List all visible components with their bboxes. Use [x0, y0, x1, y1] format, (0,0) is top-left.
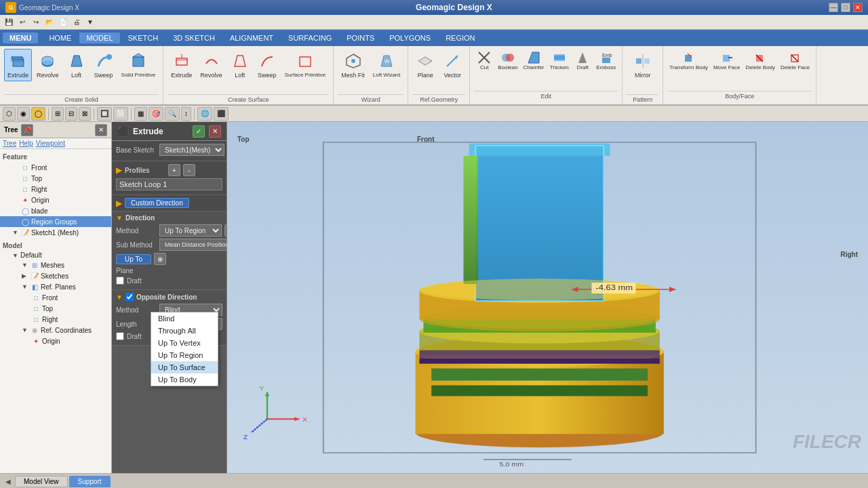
stb-view-btn10[interactable]: 🎯: [149, 107, 163, 121]
qb-save[interactable]: 💾: [3, 16, 15, 28]
tab-support[interactable]: Support: [69, 476, 111, 487]
method-select[interactable]: Up To Region Blind Through All Up To Ver…: [159, 224, 222, 237]
tree-item-front[interactable]: □ Front: [0, 162, 111, 173]
tree-item-top[interactable]: □ Top: [0, 173, 111, 184]
stb-view-btn8[interactable]: ⬜: [113, 107, 128, 121]
profiles-remove-btn[interactable]: -: [183, 164, 195, 176]
dropdown-up-to-surface[interactable]: Up To Surface: [151, 361, 218, 373]
tab-model-view[interactable]: Model View: [15, 476, 68, 487]
draft-checkbox[interactable]: [116, 277, 124, 285]
tree-item-sketch1[interactable]: ▼ 📝 Sketch1 (Mesh): [0, 227, 111, 238]
dropdown-up-to-body[interactable]: Up To Body: [151, 373, 218, 386]
menu-surfacing[interactable]: SURFACING: [281, 33, 338, 43]
dropdown-blind[interactable]: Blind: [151, 312, 218, 325]
menu-alignment[interactable]: ALIGNMENT: [223, 33, 280, 43]
stb-view-btn14[interactable]: ⬛: [214, 107, 229, 121]
tree-item-ref-origin[interactable]: ✦ Origin: [0, 336, 111, 346]
tab-scroll-left[interactable]: ◀: [3, 478, 14, 485]
ribbon-btn-extrude-surface[interactable]: Extrude: [167, 49, 195, 81]
menu-model[interactable]: MODEL: [79, 33, 119, 43]
ribbon-btn-thicken[interactable]: Thicken: [547, 49, 571, 73]
up-to-btn[interactable]: Up To: [116, 254, 151, 264]
tree-item-blade[interactable]: ◯ blade: [0, 205, 111, 216]
ribbon-btn-loft-surface[interactable]: Loft: [227, 49, 253, 81]
ribbon-btn-mesh-fit[interactable]: Mesh Fit: [338, 49, 368, 81]
tree-item-ref-top[interactable]: □ Top: [0, 303, 111, 314]
ribbon-btn-extrude-solid[interactable]: Extrude: [4, 49, 32, 81]
ribbon-btn-solid-primitive[interactable]: Solid Primitive: [118, 49, 159, 81]
stb-view-btn11[interactable]: 🔍: [165, 107, 180, 121]
stb-view-btn6[interactable]: ⊠: [79, 107, 91, 121]
close-button[interactable]: ✕: [853, 3, 863, 12]
ribbon-btn-revolve-surface[interactable]: Revolve: [197, 49, 226, 81]
ribbon-btn-emboss[interactable]: Emb Emboss: [594, 49, 618, 73]
viewport[interactable]: Top Front Right: [227, 122, 868, 473]
up-to-opt-btn[interactable]: ⊕: [154, 253, 166, 265]
tree-tab-viewpoint[interactable]: Viewpoint: [36, 140, 65, 147]
dropdown-up-to-region[interactable]: Up To Region: [151, 349, 218, 361]
ribbon-btn-move-face[interactable]: Move Face: [711, 49, 743, 73]
menu-region[interactable]: REGION: [439, 33, 481, 43]
ribbon-btn-delete-body[interactable]: Delete Body: [743, 49, 777, 73]
tree-pin-btn[interactable]: 📌: [21, 124, 33, 136]
extrude-cancel-btn[interactable]: ✕: [209, 125, 221, 138]
opp-draft-checkbox[interactable]: [116, 332, 124, 340]
menu-sketch[interactable]: SKETCH: [121, 33, 165, 43]
menu-label[interactable]: MENU: [3, 33, 38, 43]
stb-view-btn4[interactable]: ⊞: [52, 107, 64, 121]
menu-points[interactable]: POINTS: [340, 33, 381, 43]
tree-item-region-groups[interactable]: ◯ Region Groups: [0, 216, 111, 227]
stb-view-btn7[interactable]: 🔲: [97, 107, 112, 121]
minimize-button[interactable]: —: [829, 3, 838, 12]
sub-method-select[interactable]: Mean Distance Position: [159, 239, 227, 251]
menu-3dsketch[interactable]: 3D SKETCH: [166, 33, 222, 43]
stb-view-btn2[interactable]: ◉: [17, 107, 30, 121]
base-sketch-select[interactable]: Sketch1(Mesh): [159, 144, 224, 156]
tree-item-meshes[interactable]: ▼ ⊞ Meshes: [0, 260, 111, 270]
ribbon-btn-plane[interactable]: Plane: [412, 49, 438, 81]
tree-item-sketches[interactable]: ▶ 📝 Sketches: [0, 270, 111, 281]
stb-view-btn3[interactable]: ◯: [31, 107, 45, 121]
qb-open[interactable]: 📂: [43, 16, 56, 28]
tree-item-origin[interactable]: ✦ Origin: [0, 195, 111, 205]
ribbon-btn-vector[interactable]: Vector: [439, 49, 465, 81]
profiles-add-btn[interactable]: +: [168, 164, 180, 176]
tree-item-default[interactable]: ▼ Default: [0, 251, 111, 260]
ribbon-btn-cut[interactable]: Cut: [474, 49, 494, 73]
tree-close-btn[interactable]: ✕: [95, 124, 107, 136]
ribbon-btn-boolean[interactable]: Boolean: [496, 49, 519, 73]
menu-polygons[interactable]: POLYGONS: [382, 33, 437, 43]
ribbon-btn-draft[interactable]: Draft: [572, 49, 593, 73]
tree-item-ref-coordinates[interactable]: ▼ ⊕ Ref. Coordinates: [0, 325, 111, 336]
tree-tab-tree[interactable]: Tree: [3, 140, 16, 147]
qb-new[interactable]: 📄: [57, 16, 69, 28]
qb-undo[interactable]: ↩: [16, 16, 28, 28]
qb-options[interactable]: ▼: [84, 16, 96, 28]
custom-dir-expand[interactable]: ▶: [116, 199, 122, 208]
extrude-confirm-btn[interactable]: ✓: [193, 125, 205, 138]
tree-tab-help[interactable]: Help: [19, 140, 33, 147]
ribbon-btn-loft-solid[interactable]: Loft: [64, 49, 90, 81]
qb-redo[interactable]: ↪: [30, 16, 42, 28]
ribbon-btn-delete-face[interactable]: Delete Face: [778, 49, 812, 73]
ribbon-btn-revolve-solid[interactable]: Revolve: [33, 49, 62, 81]
stb-view-btn1[interactable]: ⬡: [3, 107, 16, 121]
dropdown-through-all[interactable]: Through All: [151, 325, 218, 337]
tree-item-right[interactable]: □ Right: [0, 184, 111, 195]
dropdown-up-to-vertex[interactable]: Up To Vertex: [151, 337, 218, 349]
opposite-direction-checkbox[interactable]: [125, 293, 134, 301]
profiles-expand[interactable]: ▶: [116, 165, 122, 175]
ribbon-btn-mirror[interactable]: Mirror: [630, 49, 656, 81]
tree-item-ref-front[interactable]: □ Front: [0, 292, 111, 303]
maximize-button[interactable]: □: [841, 3, 850, 12]
ribbon-btn-surface-primitive[interactable]: Surface Primitive: [281, 49, 329, 81]
stb-view-btn5[interactable]: ⊟: [65, 107, 77, 121]
stb-view-btn12[interactable]: ↕: [181, 107, 191, 121]
ribbon-btn-sweep-surface[interactable]: Sweep: [254, 49, 280, 81]
menu-home[interactable]: HOME: [42, 33, 78, 43]
ribbon-btn-chamfer[interactable]: Chamfer: [521, 49, 547, 73]
ribbon-btn-sweep-solid[interactable]: Sweep: [91, 49, 117, 81]
stb-view-btn9[interactable]: ▦: [134, 107, 147, 121]
stb-view-btn13[interactable]: 🌐: [197, 107, 212, 121]
tree-item-ref-right[interactable]: □ Right: [0, 314, 111, 325]
